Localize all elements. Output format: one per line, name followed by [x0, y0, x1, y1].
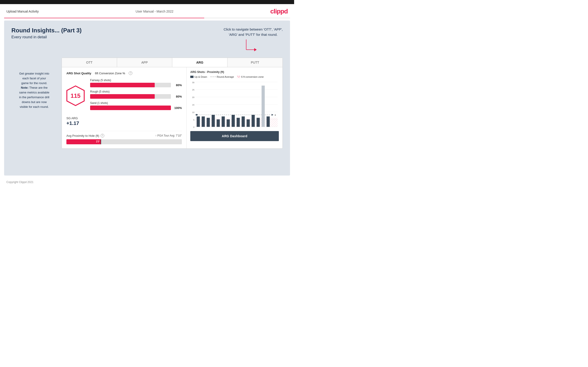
bar-3: [207, 118, 210, 127]
tab-putt[interactable]: PUTT: [227, 58, 283, 67]
hex-number: 115: [70, 92, 80, 99]
arg-dashboard-button[interactable]: ARG Dashboard: [190, 131, 279, 141]
svg-text:25: 25: [192, 89, 194, 91]
bar-14-tall: [261, 85, 265, 127]
doc-label: User Manual - March 2022: [136, 9, 173, 13]
tab-ott[interactable]: OTT: [62, 58, 117, 67]
proximity-header: Avg Proximity to Hole (ft) ? ↑ PGA Tour …: [66, 134, 182, 137]
svg-text:20: 20: [192, 96, 194, 99]
svg-text:30: 30: [192, 81, 194, 84]
bar-11: [247, 119, 250, 127]
legend-hatched-box: [237, 76, 240, 78]
bar-pct-sand: 100%: [173, 106, 182, 110]
bar-track-fairway: [90, 83, 171, 87]
legend-box-up-down: [190, 76, 193, 78]
bar-12: [252, 115, 255, 127]
chart-svg: 0 5 10 15 20 25 30: [190, 81, 279, 129]
bar-label-sand: Sand (1 shots): [90, 101, 182, 105]
proximity-value: 77': [96, 140, 100, 143]
sg-label: SG ARG: [66, 117, 182, 120]
sidebar-insight-text: Get greater insight intoeach facet of yo…: [11, 71, 57, 109]
card-body: ARG Shot Quality 6ft Conversion Zone % ?…: [62, 67, 283, 148]
copyright-text: Copyright Clippd 2021: [6, 181, 34, 184]
bar-label-rough: Rough (5 shots): [90, 90, 182, 93]
svg-text:5: 5: [193, 119, 194, 121]
proximity-section: Avg Proximity to Hole (ft) ? ↑ PGA Tour …: [66, 131, 182, 144]
nav-hint-text: Click to navigate between 'OTT', 'APP','…: [224, 27, 283, 37]
chart-area: 0 5 10 15 20 25 30: [190, 81, 279, 129]
bar-row-sand: Sand (1 shots) 100%: [90, 101, 182, 110]
header: Upload Manual Activity User Manual - Mar…: [0, 4, 294, 18]
bar-6: [222, 117, 225, 127]
bar-row-rough: Rough (5 shots) 80%: [90, 90, 182, 99]
header-divider: [4, 18, 290, 18]
right-panel: ARG Shots - Proximity (ft) Up & Down Rou…: [187, 67, 283, 148]
bar-wrapper-rough: 80%: [90, 94, 182, 99]
proximity-label-text: Avg Proximity to Hole (ft): [66, 134, 99, 137]
legend-label-up-down: Up & Down: [194, 75, 207, 78]
help-icon[interactable]: ?: [129, 71, 132, 75]
chart-legend: Up & Down Round Average 6 ft conversion …: [190, 75, 264, 78]
legend-label-round-avg: Round Average: [217, 75, 234, 78]
bar-track-rough: [90, 94, 171, 99]
legend-up-down: Up & Down: [190, 75, 207, 78]
bar-1: [197, 117, 200, 127]
reference-value-label: 8: [275, 114, 276, 116]
main-card-wrapper: OTT APP ARG PUTT ARG Shot Quality 6ft Co…: [62, 44, 283, 149]
bar-7: [227, 119, 230, 127]
pga-avg-label: ↑ PGA Tour Avg: 7'10": [155, 134, 182, 137]
bar-pct-fairway: 80%: [173, 83, 182, 87]
bar-row-fairway: Fairway (5 shots) 80%: [90, 79, 182, 87]
svg-marker-2: [254, 48, 257, 51]
bar-wrapper-sand: 100%: [90, 106, 182, 110]
bar-label-fairway: Fairway (5 shots): [90, 79, 182, 82]
bar-9: [237, 118, 240, 127]
logo: clippd: [270, 8, 288, 15]
bar-wrapper-fairway: 80%: [90, 83, 182, 87]
left-panel: ARG Shot Quality 6ft Conversion Zone % ?…: [62, 67, 187, 148]
main-card: OTT APP ARG PUTT ARG Shot Quality 6ft Co…: [62, 58, 283, 149]
nav-arrow-icon: [244, 37, 262, 55]
reference-triangle-right: [272, 114, 273, 116]
nav-hint: Click to navigate between 'OTT', 'APP','…: [224, 27, 283, 55]
tab-arg[interactable]: ARG: [172, 58, 227, 67]
panel-header: ARG Shot Quality 6ft Conversion Zone % ?: [66, 71, 182, 75]
bar-track-sand: [90, 106, 171, 110]
proximity-cursor: [101, 139, 101, 144]
shot-quality-label: ARG Shot Quality: [66, 72, 91, 75]
svg-text:15: 15: [192, 104, 194, 106]
proximity-help-icon[interactable]: ?: [101, 134, 104, 137]
hex-container: 115 Fairway (5 shots): [66, 79, 182, 113]
upload-label: Upload Manual Activity: [6, 9, 39, 13]
conversion-label: 6ft Conversion Zone %: [95, 72, 125, 75]
chart-title: ARG Shots - Proximity (ft): [190, 70, 224, 74]
top-bar: [0, 0, 294, 4]
bar-fill-sand: [90, 106, 171, 110]
legend-6ft-zone: 6 ft conversion zone: [237, 75, 264, 78]
sg-value: +1.17: [66, 120, 182, 126]
left-sidebar: Get greater insight intoeach facet of yo…: [11, 44, 62, 109]
footer: Copyright Clippd 2021: [0, 178, 294, 186]
bar-fill-fairway: [90, 83, 155, 87]
tab-app[interactable]: APP: [117, 58, 172, 67]
main-content: Round Insights... (Part 3) Every round i…: [4, 21, 290, 175]
bar-8: [232, 115, 235, 127]
bar-pct-rough: 80%: [173, 95, 182, 98]
legend-round-avg: Round Average: [210, 75, 234, 78]
reference-diamond-left: [195, 114, 198, 116]
tabs-row: OTT APP ARG PUTT: [62, 58, 283, 67]
bar-13: [257, 118, 260, 127]
bar-15: [267, 117, 270, 127]
proximity-bar-track: 77': [66, 139, 182, 144]
legend-label-6ft: 6 ft conversion zone: [241, 75, 264, 78]
bars-section: Fairway (5 shots) 80% Rou: [90, 79, 182, 113]
bar-4: [212, 115, 215, 127]
content-layout: Get greater insight intoeach facet of yo…: [11, 44, 283, 149]
right-panel-header: ARG Shots - Proximity (ft) Up & Down Rou…: [190, 70, 279, 80]
bar-fill-rough: [90, 94, 155, 99]
sg-section: SG ARG +1.17: [66, 117, 182, 126]
legend-dashed-line: [210, 77, 216, 77]
svg-text:10: 10: [192, 111, 194, 114]
proximity-bar-fill: 77': [66, 139, 101, 144]
svg-text:0: 0: [193, 126, 194, 128]
